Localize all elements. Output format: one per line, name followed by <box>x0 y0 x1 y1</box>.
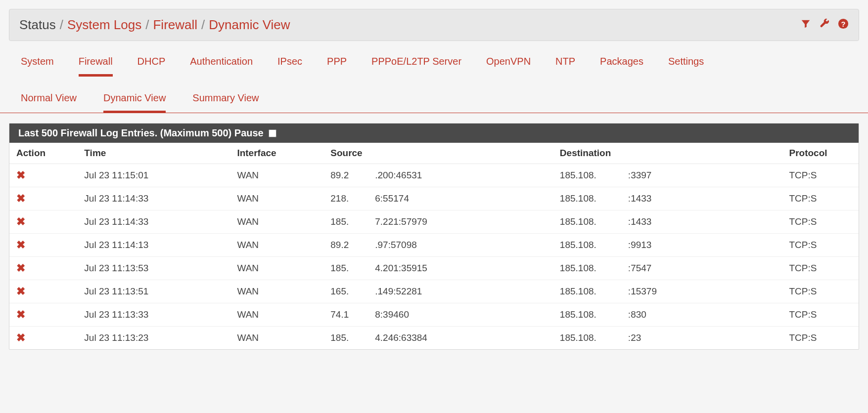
cell-interface: WAN <box>230 164 323 187</box>
cell-destination: 185.108.:15379 <box>553 280 782 303</box>
subtab-normal-view[interactable]: Normal View <box>21 92 77 113</box>
view-mode-tabs: Normal ViewDynamic ViewSummary View <box>0 77 868 113</box>
cell-destination: 185.108.:23 <box>553 327 782 350</box>
tab-system[interactable]: System <box>21 56 54 77</box>
breadcrumb-sep: / <box>145 17 149 33</box>
cell-protocol: TCP:S <box>782 234 859 257</box>
cell-destination: 185.108.:3397 <box>553 164 782 187</box>
tab-authentication[interactable]: Authentication <box>190 56 253 77</box>
help-icon[interactable]: ? <box>838 18 849 32</box>
cell-time: Jul 23 11:13:51 <box>77 280 230 303</box>
cell-source: 89.2.97:57098 <box>323 234 553 257</box>
tab-pppoe-l2tp-server[interactable]: PPPoE/L2TP Server <box>371 56 461 77</box>
cell-interface: WAN <box>230 327 323 350</box>
log-row: ✖Jul 23 11:13:53WAN185.4.201:35915185.10… <box>9 257 859 280</box>
cell-protocol: TCP:S <box>782 327 859 350</box>
block-icon[interactable]: ✖ <box>16 239 25 251</box>
log-row: ✖Jul 23 11:13:33WAN74.18:39460185.108.:8… <box>9 303 859 327</box>
breadcrumb-firewall[interactable]: Firewall <box>153 17 197 33</box>
tab-ppp[interactable]: PPP <box>327 56 347 77</box>
log-row: ✖Jul 23 11:14:13WAN89.2.97:57098185.108.… <box>9 234 859 257</box>
log-panel-title-text: Last 500 Firewall Log Entries. (Maximum … <box>18 127 264 139</box>
log-row: ✖Jul 23 11:15:01WAN89.2.200:46531185.108… <box>9 164 859 187</box>
cell-source: 218.6:55174 <box>323 187 553 210</box>
cell-protocol: TCP:S <box>782 164 859 187</box>
cell-destination: 185.108.:1433 <box>553 210 782 234</box>
log-panel-title: Last 500 Firewall Log Entries. (Maximum … <box>9 124 859 143</box>
col-destination: Destination <box>553 143 782 164</box>
col-protocol: Protocol <box>782 143 859 164</box>
tab-ntp[interactable]: NTP <box>555 56 575 77</box>
page-heading: Status / System Logs / Firewall / Dynami… <box>9 9 859 41</box>
log-row: ✖Jul 23 11:13:51WAN165..149:52281185.108… <box>9 280 859 303</box>
block-icon[interactable]: ✖ <box>16 331 25 344</box>
tab-packages[interactable]: Packages <box>600 56 643 77</box>
tab-settings[interactable]: Settings <box>668 56 704 77</box>
cell-source: 165..149:52281 <box>323 280 553 303</box>
breadcrumb-sep: / <box>201 17 205 33</box>
cell-protocol: TCP:S <box>782 210 859 234</box>
block-icon[interactable]: ✖ <box>16 262 25 274</box>
log-row: ✖Jul 23 11:14:33WAN218.6:55174185.108.:1… <box>9 187 859 210</box>
cell-interface: WAN <box>230 280 323 303</box>
cell-time: Jul 23 11:14:33 <box>77 210 230 234</box>
log-row: ✖Jul 23 11:14:33WAN185.7.221:57979185.10… <box>9 210 859 234</box>
cell-protocol: TCP:S <box>782 257 859 280</box>
tab-firewall[interactable]: Firewall <box>79 56 113 77</box>
heading-icons: ? <box>800 18 849 32</box>
block-icon[interactable]: ✖ <box>16 308 25 321</box>
svg-text:?: ? <box>841 20 846 28</box>
cell-source: 74.18:39460 <box>323 303 553 327</box>
cell-protocol: TCP:S <box>782 280 859 303</box>
cell-destination: 185.108.:9913 <box>553 234 782 257</box>
subtab-summary-view[interactable]: Summary View <box>192 92 259 113</box>
breadcrumb: Status / System Logs / Firewall / Dynami… <box>19 17 290 33</box>
breadcrumb-sep: / <box>60 17 63 33</box>
log-panel: Last 500 Firewall Log Entries. (Maximum … <box>9 123 859 350</box>
tab-ipsec[interactable]: IPsec <box>277 56 302 77</box>
cell-interface: WAN <box>230 210 323 234</box>
log-table-header-row: Action Time Interface Source Destination… <box>9 143 859 164</box>
cell-destination: 185.108.:1433 <box>553 187 782 210</box>
cell-source: 185.4.201:35915 <box>323 257 553 280</box>
wrench-icon[interactable] <box>819 18 830 32</box>
cell-time: Jul 23 11:14:33 <box>77 187 230 210</box>
col-time: Time <box>77 143 230 164</box>
cell-time: Jul 23 11:15:01 <box>77 164 230 187</box>
cell-destination: 185.108.:830 <box>553 303 782 327</box>
cell-destination: 185.108.:7547 <box>553 257 782 280</box>
cell-protocol: TCP:S <box>782 187 859 210</box>
cell-interface: WAN <box>230 234 323 257</box>
block-icon[interactable]: ✖ <box>16 169 25 181</box>
cell-source: 89.2.200:46531 <box>323 164 553 187</box>
log-category-tabs: SystemFirewallDHCPAuthenticationIPsecPPP… <box>0 41 868 77</box>
cell-interface: WAN <box>230 187 323 210</box>
cell-interface: WAN <box>230 257 323 280</box>
log-table: Action Time Interface Source Destination… <box>9 143 859 349</box>
cell-interface: WAN <box>230 303 323 327</box>
col-interface: Interface <box>230 143 323 164</box>
block-icon[interactable]: ✖ <box>16 215 25 228</box>
block-icon[interactable]: ✖ <box>16 285 25 297</box>
pause-checkbox[interactable] <box>269 129 276 137</box>
cell-source: 185.7.221:57979 <box>323 210 553 234</box>
breadcrumb-dynamic-view[interactable]: Dynamic View <box>209 17 290 33</box>
tab-dhcp[interactable]: DHCP <box>137 56 166 77</box>
col-action: Action <box>9 143 77 164</box>
filter-icon[interactable] <box>800 18 811 32</box>
cell-time: Jul 23 11:13:23 <box>77 327 230 350</box>
cell-time: Jul 23 11:13:33 <box>77 303 230 327</box>
cell-source: 185.4.246:63384 <box>323 327 553 350</box>
cell-time: Jul 23 11:14:13 <box>77 234 230 257</box>
cell-time: Jul 23 11:13:53 <box>77 257 230 280</box>
col-source: Source <box>323 143 553 164</box>
block-icon[interactable]: ✖ <box>16 192 25 205</box>
breadcrumb-status: Status <box>19 17 56 33</box>
log-row: ✖Jul 23 11:13:23WAN185.4.246:63384185.10… <box>9 327 859 350</box>
tab-openvpn[interactable]: OpenVPN <box>486 56 531 77</box>
subtab-dynamic-view[interactable]: Dynamic View <box>103 92 166 113</box>
breadcrumb-system-logs[interactable]: System Logs <box>67 17 141 33</box>
cell-protocol: TCP:S <box>782 303 859 327</box>
